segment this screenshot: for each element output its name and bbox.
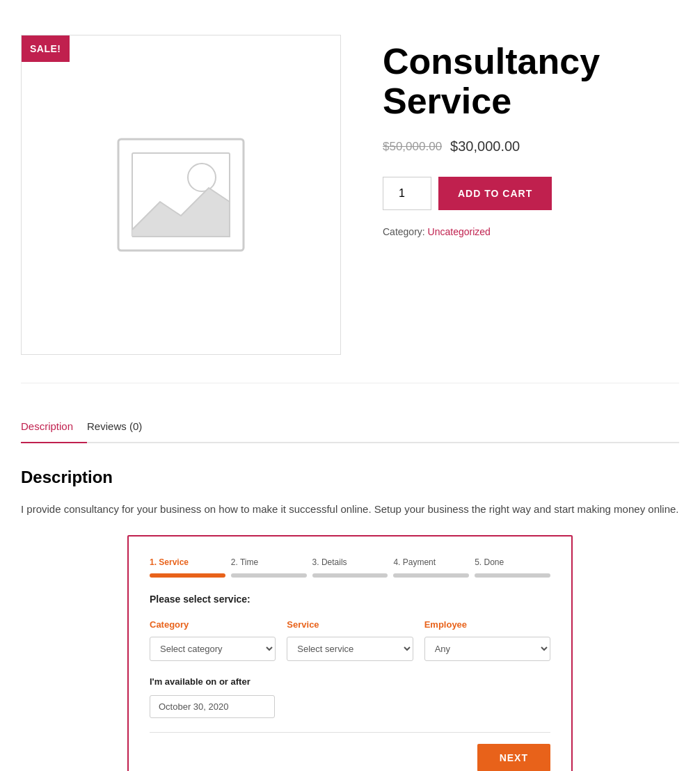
step-details-bar [312,573,388,578]
tab-reviews[interactable]: Reviews (0) [87,411,156,443]
sale-price: $30,000.00 [450,135,520,157]
price-wrapper: $50,000.00 $30,000.00 [383,135,679,157]
employee-dropdown-group: Employee Any [424,618,550,661]
step-payment-label: 4. Payment [393,556,469,569]
original-price: $50,000.00 [383,137,442,156]
svg-point-2 [188,164,216,191]
tabs-wrapper: Description Reviews (0) [21,411,679,443]
description-heading: Description [21,464,679,491]
sale-badge: SALE! [22,35,70,62]
service-dropdown-group: Service Select service [287,618,413,661]
category-select[interactable]: Select category [150,637,276,661]
step-details-label: 3. Details [312,556,388,569]
date-group: I'm available on or after [150,675,550,718]
widget-footer: NEXT [150,744,550,771]
description-section: Description I provide consultancy for yo… [21,464,679,771]
category-label: Category: [383,226,425,237]
step-done-bar [475,573,550,578]
step-payment: 4. Payment [393,556,469,578]
employee-dropdown-label: Employee [424,618,550,633]
product-image: SALE! [21,35,341,355]
step-time-bar [231,573,307,578]
tab-description[interactable]: Description [21,411,87,443]
date-label: I'm available on or after [150,675,550,690]
step-time-label: 2. Time [231,556,307,569]
category-dropdown-label: Category [150,618,276,633]
category-link[interactable]: Uncategorized [428,226,491,237]
step-service-label: 1. Service [150,556,225,569]
step-service-bar [150,573,225,578]
please-select-label: Please select service: [150,591,550,607]
step-time: 2. Time [231,556,307,578]
service-select[interactable]: Select service [287,637,413,661]
dropdowns-row: Category Select category Service Select … [150,618,550,661]
step-done: 5. Done [475,556,550,578]
category-line: Category: Uncategorized [383,224,679,239]
category-dropdown-group: Category Select category [150,618,276,661]
booking-widget: 1. Service 2. Time 3. Details 4. Payment… [127,535,573,771]
divider [150,732,550,733]
add-to-cart-button[interactable]: ADD TO CART [438,177,552,210]
product-section: SALE! Consultancy Service $50,000.00 $30… [21,14,679,383]
page-wrapper: SALE! Consultancy Service $50,000.00 $30… [0,0,700,771]
description-body: I provide consultancy for your business … [21,500,679,518]
quantity-input[interactable] [383,177,431,210]
steps-row: 1. Service 2. Time 3. Details 4. Payment… [150,556,550,578]
product-details: Consultancy Service $50,000.00 $30,000.0… [383,35,679,355]
step-done-label: 5. Done [475,556,550,569]
step-service: 1. Service [150,556,225,578]
add-to-cart-row: ADD TO CART [383,177,679,210]
step-payment-bar [393,573,469,578]
date-input[interactable] [150,695,275,718]
step-details: 3. Details [312,556,388,578]
service-dropdown-label: Service [287,618,413,633]
product-title: Consultancy Service [383,42,679,121]
employee-select[interactable]: Any [424,637,550,661]
next-button[interactable]: NEXT [477,744,550,771]
placeholder-image-icon [111,132,250,257]
